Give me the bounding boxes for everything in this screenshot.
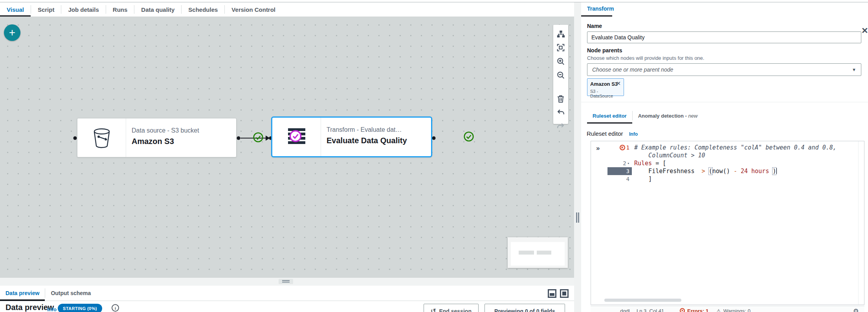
tab-label: Schedules [188,6,218,13]
node-evaluate-data-quality[interactable]: Transform - Evaluate dat… Evaluate Data … [271,116,432,157]
editor-horizontal-scrollbar[interactable] [604,299,681,302]
tab-visual[interactable]: Visual [0,2,31,17]
info-link[interactable]: Info [47,306,57,312]
dqdl-code-editor[interactable]: » ✕1# Example rules: Completeness "colA"… [591,141,864,305]
node-amazon-s3[interactable]: Data source - S3 bucket Amazon S3 [77,118,237,157]
data-preview-heading: Data preview [6,303,54,312]
tab-transform[interactable]: Transform [587,6,614,12]
job-canvas[interactable]: + Data source - S3 bucket Amazon S3 [0,17,574,278]
canvas-minimap[interactable] [508,237,568,268]
tab-data-quality[interactable]: Data quality [134,2,181,17]
undo-icon[interactable] [556,108,565,117]
line-number: 4 [626,175,629,183]
zoom-out-icon[interactable] [556,71,565,79]
button-label: End session [439,308,471,312]
tab-job-details[interactable]: Job details [61,2,105,17]
bottom-tab-bar: Data preview Output schema [0,286,574,301]
previewing-fields-button[interactable]: Previewing 0 of 0 fields [484,304,565,312]
end-session-button[interactable]: ↺ End session [424,304,479,312]
line-error-icon: ✕ [620,145,625,150]
splitter-drag-handle-icon[interactable] [279,279,293,284]
redo-icon[interactable] [556,122,565,131]
tab-label: Visual [7,6,24,13]
chip-title: Amazon S3 [590,81,618,87]
ruleset-editor-title: Ruleset editor [587,130,623,137]
info-link[interactable]: Info [629,131,638,137]
code-line[interactable]: 3 FileFreshness > (now() - 24 hours ) [607,167,858,175]
tab-label: Runs [113,6,128,13]
warnings-count[interactable]: Warnings: 0 [723,308,751,312]
line-number: 1 [626,144,629,151]
node-title: Evaluate Data Quality [327,136,431,145]
minimap-node [519,251,534,255]
language-indicator: dqdl [620,308,630,312]
tab-label-suffix: new [688,113,698,119]
panel-dock-controls [548,289,569,298]
tab-label: Data preview [6,290,39,296]
editor-scrollbar-track[interactable] [858,141,859,305]
code-line[interactable]: 2▾Rules = [ [607,159,858,167]
tab-script[interactable]: Script [31,2,61,17]
gear-icon[interactable]: ⚙ [853,307,859,312]
minimap-viewport [511,242,565,266]
tab-runs[interactable]: Runs [106,2,134,17]
warning-icon: ⚠ [716,308,721,312]
select-placeholder: Choose one or more parent node [592,66,852,73]
success-check-icon [463,131,474,142]
line-number: 3 [626,167,629,175]
minimap-node [537,251,551,255]
parent-node-select[interactable]: Choose one or more parent node ▼ [587,63,861,76]
node-body: Transform - Evaluate dat… Evaluate Data … [321,118,431,156]
tab-ruleset-editor[interactable]: Ruleset editor [587,108,632,124]
transform-properties-panel: Transform ✕ Name Node parents Choose whi… [581,2,868,312]
line-number: 2 [623,159,626,167]
horizontal-splitter[interactable] [0,278,574,286]
text-cursor [776,168,777,174]
expand-sidebar-icon[interactable]: » [596,144,600,152]
active-tab-underline [581,15,612,17]
tab-output-schema[interactable]: Output schema [45,286,96,301]
code-line[interactable]: 4 ] [607,175,858,183]
tab-anomaly-detection[interactable]: Anomaly detection - new [633,108,703,124]
info-circle-icon[interactable]: i [112,304,119,312]
code-line[interactable]: ✕1# Example rules: Completeness "colA" b… [607,144,858,151]
remove-chip-icon[interactable]: ✕ [616,80,621,87]
job-tab-bar: Visual Script Job details Runs Data qual… [0,2,574,17]
node-parents-label: Node parents [587,47,622,54]
maximize-panel-icon[interactable] [560,289,569,298]
code-line[interactable]: ColumnCount > 10 [607,151,858,159]
close-panel-icon[interactable]: ✕ [861,26,868,35]
ruleset-tab-bar: Ruleset editor Anomaly detection - new [587,108,703,124]
tab-data-preview[interactable]: Data preview [0,286,45,301]
add-node-button[interactable]: + [4,24,20,41]
delete-icon[interactable] [556,94,565,103]
errors-count[interactable]: Errors: 1 [687,308,708,312]
parent-chip-amazon-s3[interactable]: Amazon S3 ✕ S3 - DataSource [587,78,624,96]
fit-view-icon[interactable] [556,43,565,52]
end-session-icon: ↺ [431,308,436,312]
tab-label: Version Control [231,6,275,13]
node-parents-description: Choose which nodes will provide inputs f… [587,55,704,61]
chip-subtitle: S3 - DataSource [590,89,621,98]
tab-label: Script [38,6,55,13]
vertical-splitter[interactable] [574,2,581,312]
dock-bottom-icon[interactable] [548,289,556,298]
node-body: Data source - S3 bucket Amazon S3 [126,118,236,157]
code-lines[interactable]: ✕1# Example rules: Completeness "colA" b… [607,144,858,183]
name-input[interactable] [587,31,861,43]
tab-label: Anomaly detection - [638,113,688,119]
canvas-toolbar [553,25,568,124]
layout-icon[interactable] [556,30,565,38]
s3-bucket-icon [77,118,126,157]
tab-label: Ruleset editor [593,113,627,119]
tab-label: Output schema [51,290,91,296]
zoom-in-icon[interactable] [556,57,565,66]
fold-arrow-icon: ▾ [628,159,629,167]
cursor-position: Ln 3, Col 41 [637,308,664,312]
evaluate-data-quality-icon [272,118,321,156]
node-type-label: Transform - Evaluate dat… [327,126,431,133]
plus-icon: + [9,26,15,39]
tab-schedules[interactable]: Schedules [182,2,224,17]
tab-version-control[interactable]: Version Control [225,2,282,17]
glue-studio-page: Visual Script Job details Runs Data qual… [0,0,868,312]
